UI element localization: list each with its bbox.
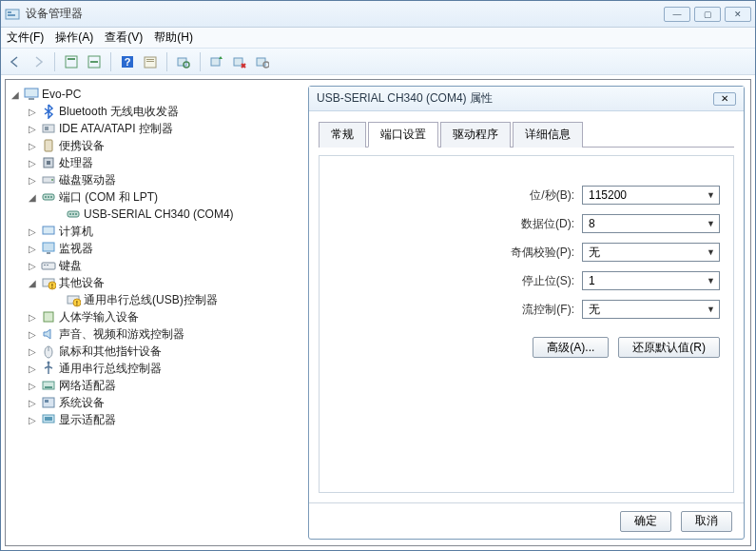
svg-point-33 xyxy=(72,213,74,215)
svg-rect-52 xyxy=(45,386,52,388)
svg-rect-56 xyxy=(45,417,52,421)
svg-rect-21 xyxy=(45,127,48,130)
svg-rect-10 xyxy=(146,59,154,60)
tree-system[interactable]: ▷系统设备 xyxy=(8,394,299,411)
tree-usb[interactable]: ▷通用串行总线控制器 xyxy=(8,360,299,377)
titlebar: 设备管理器 — ▢ ✕ xyxy=(1,1,755,28)
view-button-2[interactable] xyxy=(84,51,105,72)
dialog-close-button[interactable]: ✕ xyxy=(713,92,736,106)
tab-driver[interactable]: 驱动程序 xyxy=(440,122,511,148)
properties-dialog: USB-SERIAL CH340 (COM4) 属性 ✕ 常规 端口设置 驱动程… xyxy=(308,86,745,540)
svg-text:?: ? xyxy=(125,56,131,68)
chevron-down-icon: ▼ xyxy=(707,190,715,200)
window-title: 设备管理器 xyxy=(26,6,664,22)
stopbits-label: 停止位(S): xyxy=(522,273,574,289)
parity-label: 奇偶校验(P): xyxy=(511,245,574,261)
tree-other[interactable]: ◢!其他设备 xyxy=(8,274,299,291)
close-button[interactable]: ✕ xyxy=(725,7,751,22)
svg-point-26 xyxy=(51,179,53,181)
svg-text:!: ! xyxy=(51,283,53,289)
uninstall-button[interactable] xyxy=(229,51,250,72)
svg-rect-19 xyxy=(29,98,34,100)
svg-rect-11 xyxy=(146,61,154,62)
databits-label: 数据位(D): xyxy=(521,216,574,232)
port-icon xyxy=(66,207,81,222)
dialog-title: USB-SERIAL CH340 (COM4) 属性 xyxy=(317,90,713,107)
advanced-button[interactable]: 高级(A)... xyxy=(533,337,609,358)
network-icon xyxy=(41,378,56,393)
system-icon xyxy=(41,395,56,410)
svg-rect-9 xyxy=(145,57,156,68)
minimize-button[interactable]: — xyxy=(664,7,690,22)
menu-file[interactable]: 文件(F) xyxy=(7,30,44,46)
tree-bluetooth[interactable]: ▷Bluetooth 无线电收发器 xyxy=(8,103,299,120)
svg-rect-1 xyxy=(8,11,11,13)
ide-icon xyxy=(41,121,56,136)
svg-rect-4 xyxy=(68,58,75,60)
port-icon xyxy=(41,189,56,205)
cpu-icon xyxy=(41,155,56,170)
tab-bar: 常规 端口设置 驱动程序 详细信息 xyxy=(319,121,734,148)
baud-select[interactable]: 115200▼ xyxy=(582,186,720,205)
flowcontrol-select[interactable]: 无▼ xyxy=(582,300,720,319)
svg-point-34 xyxy=(75,213,77,215)
tree-computer[interactable]: ▷计算机 xyxy=(8,223,299,240)
help-button[interactable]: ? xyxy=(117,51,138,72)
tree-sound[interactable]: ▷声音、视频和游戏控制器 xyxy=(8,325,299,343)
flowcontrol-label: 流控制(F): xyxy=(522,302,574,318)
databits-select[interactable]: 8▼ xyxy=(582,214,720,233)
view-button-1[interactable] xyxy=(61,51,82,72)
tree-keyboard[interactable]: ▷键盘 xyxy=(8,257,299,274)
tree-display[interactable]: ▷显示适配器 xyxy=(8,411,299,428)
tree-disk[interactable]: ▷磁盘驱动器 xyxy=(8,171,299,188)
tree-network[interactable]: ▷网络适配器 xyxy=(8,377,299,394)
parity-select[interactable]: 无▼ xyxy=(582,243,720,262)
usb-icon xyxy=(41,361,56,376)
tab-port-settings[interactable]: 端口设置 xyxy=(368,122,438,148)
svg-rect-22 xyxy=(45,140,52,151)
stopbits-select[interactable]: 1▼ xyxy=(582,271,720,290)
tree-other-child[interactable]: !通用串行总线(USB)控制器 xyxy=(8,291,299,308)
svg-rect-36 xyxy=(43,243,54,251)
svg-rect-40 xyxy=(47,265,48,266)
tree-ide[interactable]: ▷IDE ATA/ATAPI 控制器 xyxy=(8,120,299,137)
menu-action[interactable]: 操作(A) xyxy=(55,30,93,46)
tree-ports[interactable]: ◢端口 (COM 和 LPT) xyxy=(8,188,299,206)
tree-hid[interactable]: ▷人体学输入设备 xyxy=(8,308,299,325)
properties-button[interactable] xyxy=(140,51,161,72)
svg-text:!: ! xyxy=(76,300,78,306)
app-icon xyxy=(5,7,20,22)
tab-detail[interactable]: 详细信息 xyxy=(513,122,583,148)
chevron-down-icon: ▼ xyxy=(707,305,715,314)
disable-button[interactable] xyxy=(252,51,273,72)
maximize-button[interactable]: ▢ xyxy=(694,7,721,22)
tree-monitor[interactable]: ▷监视器 xyxy=(8,240,299,257)
mouse-icon xyxy=(41,344,56,359)
svg-rect-54 xyxy=(45,400,48,403)
tree-cpu[interactable]: ▷处理器 xyxy=(8,154,299,171)
tree-root[interactable]: ◢Evo-PC xyxy=(8,86,299,103)
forward-button[interactable] xyxy=(28,51,48,72)
svg-rect-2 xyxy=(8,14,15,16)
cancel-button[interactable]: 取消 xyxy=(681,511,732,532)
menubar: 文件(F) 操作(A) 查看(V) 帮助(H) xyxy=(1,28,755,49)
svg-rect-18 xyxy=(25,89,38,97)
disk-icon xyxy=(41,172,56,187)
back-button[interactable] xyxy=(5,51,26,72)
tree-portable[interactable]: ▷便携设备 xyxy=(8,137,299,154)
hid-icon xyxy=(41,309,56,325)
scan-button[interactable] xyxy=(173,51,194,72)
menu-view[interactable]: 查看(V) xyxy=(105,30,143,46)
tree-ports-child[interactable]: USB-SERIAL CH340 (COM4) xyxy=(8,206,299,223)
svg-point-32 xyxy=(69,213,71,215)
update-driver-button[interactable] xyxy=(206,51,227,72)
device-tree[interactable]: ◢Evo-PC ▷Bluetooth 无线电收发器 ▷IDE ATA/ATAPI… xyxy=(6,80,300,545)
tab-general[interactable]: 常规 xyxy=(319,122,366,148)
svg-point-30 xyxy=(50,196,52,198)
svg-rect-6 xyxy=(90,61,98,63)
ok-button[interactable]: 确定 xyxy=(620,511,671,532)
restore-defaults-button[interactable]: 还原默认值(R) xyxy=(618,337,720,358)
tree-mouse[interactable]: ▷鼠标和其他指针设备 xyxy=(8,343,299,360)
menu-help[interactable]: 帮助(H) xyxy=(154,30,193,46)
sound-icon xyxy=(41,326,56,342)
